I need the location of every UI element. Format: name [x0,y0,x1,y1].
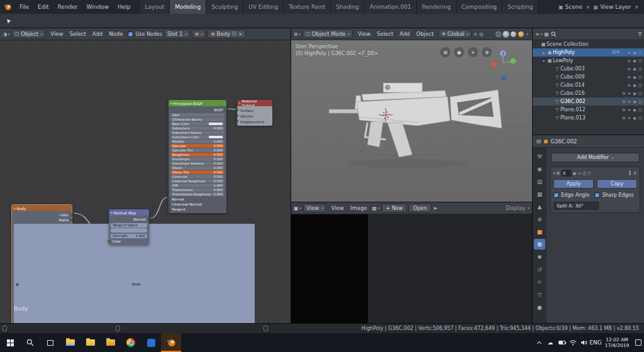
outliner-row[interactable]: ▽ Plane.013 ⚙ ➤ ◉ ◫ [533,114,644,122]
properties-editor-type-icon[interactable]: ▤ [536,138,541,144]
workspace-tab[interactable]: Modeling [170,0,206,14]
expand-arrow-icon[interactable]: ▾ [553,172,555,175]
orientation-dropdown[interactable]: ⊕Global▾ [438,30,472,38]
tray-expand-button[interactable] [533,333,545,352]
image-canvas[interactable] [291,214,532,323]
gizmo-x-axis[interactable] [491,62,496,67]
delete-modifier-icon[interactable]: × [633,170,637,176]
hide-toggle-icon[interactable]: ◉ [633,58,636,63]
modifier-name-field[interactable]: E [562,170,572,177]
node-output-socket[interactable]: BSDF [170,107,225,113]
select-toggle-icon[interactable]: ➤ [628,67,631,72]
hide-toggle-icon[interactable]: ◉ [633,67,636,72]
menu-item[interactable]: Help [113,0,135,14]
outliner-item-name[interactable]: HighPoly [553,50,612,55]
node-property-field[interactable]: Specular Tint0.000 [170,148,225,152]
hide-toggle-icon[interactable]: ◉ [633,50,636,55]
proportional-editing-icon[interactable]: ◎ [479,31,484,37]
menu-item[interactable]: Edit [33,0,53,14]
node-output-socket[interactable]: Color [14,212,70,217]
properties-tab[interactable]: ■ [534,226,545,237]
node-property-field[interactable]: Base Color [170,122,225,126]
image-mode-dropdown[interactable]: View▾ [303,204,326,212]
task-view-button[interactable] [40,333,60,352]
properties-tab[interactable]: ⚙ [534,239,545,250]
menu-item[interactable]: Select [374,31,396,37]
taskbar-search-button[interactable] [20,333,40,352]
hide-toggle-icon[interactable]: ◉ [633,83,636,88]
shading-solid-icon[interactable] [503,31,509,37]
workspace-tab[interactable]: Layout [140,0,170,14]
socket-dot[interactable] [70,219,73,221]
shading-wireframe-icon[interactable] [496,31,501,37]
node-header[interactable]: ▾Principled BSDF [169,100,226,106]
outliner-row[interactable]: ▽ Cube.016 ⚙ ➤ ◉ ◫ [533,89,644,97]
workspace-tab[interactable]: Rendering [417,0,457,14]
properties-tab[interactable]: ▲ [534,201,545,212]
menu-item[interactable]: File [15,0,33,14]
outliner-row[interactable]: ▽ Cube.014 ⚙ ➤ ◉ ◫ [533,81,644,89]
tweak-tool-icon[interactable]: ➤ [4,16,13,25]
node-header[interactable]: ▾Body [12,205,72,211]
node-property-field[interactable]: Clearcoat0.000 [170,175,225,179]
gizmo-minus-z-axis[interactable] [501,75,506,80]
battery-icon[interactable] [556,333,567,352]
blender-taskbar-button[interactable] [161,333,181,352]
principled-bsdf-node[interactable]: ▾Principled BSDF BSDF GGXChristensen-Bur… [169,100,226,213]
node-property-field[interactable]: Transmission Roughness0.000 [170,192,225,196]
pin-icon[interactable]: ➤ [433,206,438,211]
node-output-socket[interactable]: Alpha [14,217,70,223]
workspace-tab[interactable]: Compositing [457,0,502,14]
socket-dot[interactable] [70,214,73,216]
hide-toggle-icon[interactable]: ◉ [633,99,636,104]
node-input-socket[interactable]: Color [111,239,147,244]
new-image-button[interactable]: + New [382,204,408,212]
display-dropdown[interactable]: Display [506,205,525,211]
menu-item[interactable]: Node [106,31,126,37]
node-property-field[interactable]: Metallic0.000 [170,140,225,143]
taskbar-clock[interactable]: 12:02 AM 17/4/2019 [601,333,633,352]
scene-unlink-icon[interactable]: × [584,4,592,10]
outliner-row[interactable]: ▽ G36C.002 ⚙ ➤ ◉ ◫ [533,97,644,106]
node-property-field[interactable]: Christensen-Burley [170,118,225,121]
properties-tab[interactable]: ⊕ [534,214,545,224]
cage-toggle-icon[interactable]: ▽ [588,171,591,176]
gizmo-y-axis[interactable] [510,58,516,64]
snap-magnet-icon[interactable]: ∩ [474,31,477,37]
menu-item[interactable]: View [355,31,374,37]
select-toggle-icon[interactable]: ➤ [628,116,631,121]
menu-item[interactable]: Select [67,31,89,37]
shading-rendered-icon[interactable] [518,31,524,37]
network-icon[interactable] [567,333,579,352]
select-toggle-icon[interactable]: ➤ [628,99,631,104]
node-property-field[interactable] [111,228,147,233]
node-canvas[interactable]: ▾Body ColorAlpha BodyNon-Color DataLinea… [0,40,291,323]
disclosure-triangle[interactable]: ▸ [541,50,547,55]
render-toggle-icon[interactable]: ◫ [638,83,642,88]
menu-item[interactable]: View [47,31,66,37]
outliner-row[interactable]: ▾ ▦ LowPoly ⚙ ➤ ◉ ◫ [533,57,644,65]
image-editor-type-icon[interactable]: ▣▾ [294,206,301,211]
viewport-canvas[interactable]: Z User Perspective (0) HighPoly | G36C.0… [291,40,532,202]
node-output-socket[interactable]: Normal [111,217,147,222]
editmode-toggle-icon[interactable]: ◫ [582,171,586,176]
node-property-field[interactable]: IOR1.450 [170,184,225,187]
browse-material-icon[interactable]: ●▾ [192,30,206,38]
node-input-socket[interactable]: Volume [239,113,270,119]
view-layer-unlink-icon[interactable]: × [633,4,640,10]
properties-tab[interactable]: ✱ [534,251,545,262]
hide-toggle-icon[interactable]: ◉ [633,116,636,121]
node-input-socket[interactable]: Normal [170,197,225,202]
socket-dot[interactable] [236,114,238,117]
split-angle-field[interactable]: Split A: 30° [553,202,599,210]
select-toggle-icon[interactable]: ➤ [628,107,631,113]
render-toggle-icon[interactable]: ◫ [638,99,642,104]
node-input-socket[interactable]: Surface [239,107,270,113]
slot-dropdown[interactable]: Slot 1▾ [164,30,190,38]
outliner-item-name[interactable]: LowPoly [553,58,621,63]
realtime-toggle-icon[interactable]: ▭ [577,171,581,176]
node-property-field[interactable]: Anisotropic Rotation0.000 [170,162,225,165]
node-header[interactable]: ▾Material Output [237,100,272,106]
outliner-row[interactable]: ▸ ▣ HighPoly Ⓥ↻ ⚙ ➤ ◉ ◫ [533,48,644,57]
outliner-item-name[interactable]: Scene Collection [547,41,621,47]
